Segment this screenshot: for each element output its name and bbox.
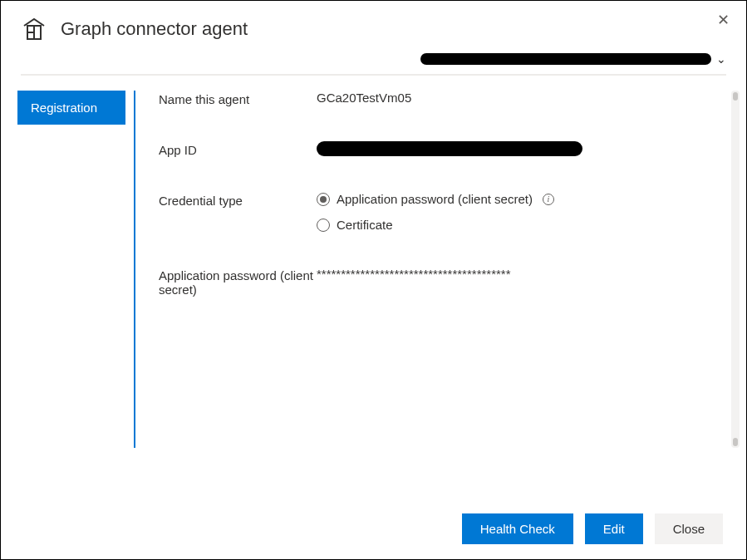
label-app-id: App ID — [159, 141, 317, 157]
scroll-down-icon[interactable] — [733, 438, 738, 446]
radio-indicator-unchecked-icon — [317, 219, 330, 232]
account-name-redacted — [420, 53, 711, 65]
label-credential-type: Credential type — [159, 192, 317, 208]
chevron-down-icon[interactable]: ⌄ — [716, 52, 726, 66]
account-picker[interactable]: ⌄ — [1, 52, 746, 74]
close-icon[interactable]: ✕ — [717, 11, 730, 29]
info-icon[interactable]: i — [543, 194, 554, 205]
health-check-button[interactable]: Health Check — [462, 513, 573, 544]
scroll-up-icon[interactable] — [733, 92, 738, 101]
tab-registration[interactable]: Registration — [17, 91, 125, 125]
dialog-header: Graph connector agent ✕ — [1, 1, 746, 52]
dialog-footer: Health Check Edit Close — [462, 513, 723, 544]
label-agent-name: Name this agent — [159, 91, 317, 106]
value-agent-name: GCa20TestVm05 — [317, 91, 721, 105]
radio-label-certificate: Certificate — [337, 218, 393, 232]
sidebar: Registration — [1, 91, 134, 448]
radio-indicator-checked-icon — [317, 193, 330, 206]
scrollbar[interactable] — [731, 91, 740, 448]
credential-type-radiogroup: Application password (client secret) i C… — [317, 192, 721, 232]
content-panel: Name this agent GCa20TestVm05 App ID Cre… — [134, 91, 746, 448]
edit-button[interactable]: Edit — [585, 513, 643, 544]
radio-app-password[interactable]: Application password (client secret) i — [317, 192, 721, 206]
app-logo-icon — [21, 16, 47, 42]
radio-label-app-password: Application password (client secret) — [337, 192, 533, 206]
close-button[interactable]: Close — [655, 513, 723, 544]
app-id-redacted — [317, 141, 582, 156]
radio-certificate[interactable]: Certificate — [317, 218, 721, 232]
label-app-password: Application password (client secret) — [159, 267, 317, 297]
value-app-id — [317, 141, 721, 156]
main-area: Registration Name this agent GCa20TestVm… — [1, 91, 746, 448]
dialog-title: Graph connector agent — [61, 18, 248, 40]
header-divider — [21, 74, 726, 76]
value-app-password: **************************************** — [317, 267, 721, 281]
